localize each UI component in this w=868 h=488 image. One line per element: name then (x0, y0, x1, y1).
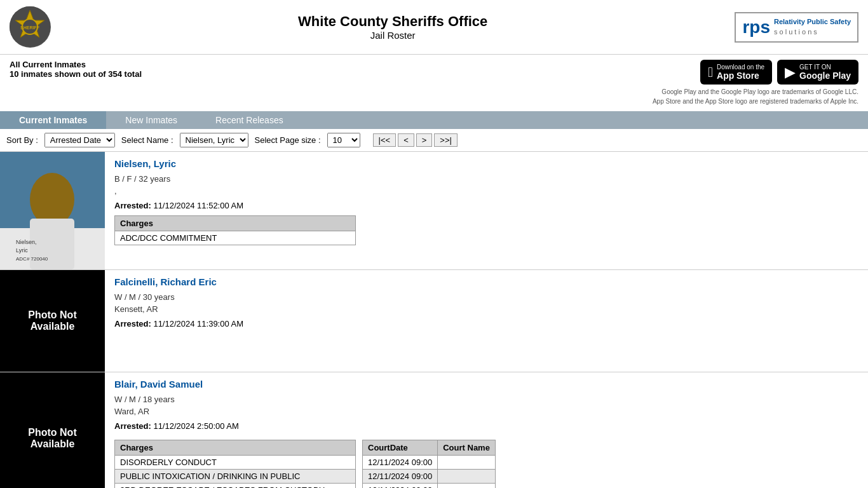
summary-line2: 10 inmates shown out of 354 total (10, 69, 142, 79)
google-play-name: Google Play (799, 71, 851, 81)
svg-text:ADC# 720040: ADC# 720040 (16, 256, 48, 262)
last-page-button[interactable]: >>| (434, 133, 458, 147)
court-name (438, 484, 496, 489)
inmate-city-state-1: , (114, 186, 858, 196)
next-page-button[interactable]: > (416, 133, 433, 147)
tab-new-inmates[interactable]: New Inmates (106, 111, 196, 129)
prev-page-button[interactable]: < (398, 133, 414, 147)
google-play-button[interactable]: ▶ GET IT ON Google Play (777, 60, 858, 85)
first-page-button[interactable]: |<< (373, 133, 397, 147)
inmate-list: Nielsen, Lyric ADC# 720040 Nielsen, Lyri… (0, 152, 868, 488)
charges-table-3: Charges DISORDERLY CONDUCT PUBLIC INTOXI… (114, 440, 356, 488)
court-name (438, 470, 496, 484)
inmate-arrested-3: Arrested: 11/12/2024 2:50:00 AM (114, 421, 858, 431)
sort-select[interactable]: Arrested Date Name (44, 133, 115, 147)
table-row: Photo NotAvailable Blair, David Samuel W… (0, 372, 868, 488)
photo-not-available-2: Photo NotAvailable (22, 303, 83, 339)
app-store-download-label: Download on the (717, 64, 764, 71)
page-size-label: Select Page size : (255, 135, 321, 145)
court-name-header: Court Name (438, 440, 496, 456)
court-date: 12/11/2024 09:00 (363, 470, 438, 484)
inmate-details-3: Blair, David Samuel W / M / 18 years War… (105, 372, 868, 488)
google-play-icon: ▶ (785, 64, 796, 81)
charge-text: ADC/DCC COMMITMENT (115, 231, 356, 245)
app-store-button[interactable]:  Download on the App Store (700, 60, 772, 85)
inmate-race-sex-age-3: W / M / 18 years (114, 395, 858, 404)
inmate-name-1: Nielsen, Lyric (114, 158, 858, 169)
rps-letters: rps (742, 17, 770, 37)
inmate-details-1: Nielsen, Lyric B / F / 32 years , Arrest… (105, 152, 868, 269)
inmate-name-3: Blair, David Samuel (114, 379, 858, 390)
charge-row: DISORDERLY CONDUCT (115, 456, 356, 470)
nav-tabs: Current Inmates New Inmates Recent Relea… (0, 111, 868, 129)
inmate-name-2: Falcinelli, Richard Eric (114, 276, 858, 287)
name-label: Select Name : (121, 135, 173, 145)
court-date: 12/11/2024 09:00 (363, 484, 438, 489)
tab-recent-releases[interactable]: Recent Releases (196, 111, 302, 129)
rps-logo-area: rps Relativity Public Safety s o l u t i… (735, 12, 858, 43)
charges-table-1: Charges ADC/DCC COMMITMENT (114, 215, 356, 245)
pagination: |<< < > >>| (373, 133, 458, 147)
tab-current-inmates[interactable]: Current Inmates (0, 111, 106, 129)
charge-row: ADC/DCC COMMITMENT (115, 231, 356, 245)
sheriff-badge-icon: SHERIFF (10, 6, 51, 48)
summary-line1: All Current Inmates (10, 60, 142, 69)
court-table-3: CourtDate Court Name 12/11/2024 09:00 12… (362, 440, 496, 488)
inmate-photo-2: Photo NotAvailable (0, 270, 105, 372)
sub-header: All Current Inmates 10 inmates shown out… (0, 55, 868, 111)
summary-area: All Current Inmates 10 inmates shown out… (10, 60, 142, 79)
court-row: 12/11/2024 09:00 (363, 484, 496, 489)
table-row: Photo NotAvailable Falcinelli, Richard E… (0, 270, 868, 372)
name-select[interactable]: Nielsen, Lyric (180, 133, 248, 147)
inmate-arrested-1: Arrested: 11/12/2024 11:52:00 AM (114, 201, 858, 210)
inmate-arrested-2: Arrested: 11/12/2024 11:39:00 AM (114, 319, 858, 329)
charge-text: PUBLIC INTOXICATION / DRINKING IN PUBLIC (115, 470, 356, 484)
inmate-race-sex-age-1: B / F / 32 years (114, 174, 858, 184)
table-row: Nielsen, Lyric ADC# 720040 Nielsen, Lyri… (0, 152, 868, 270)
combined-charges-3: Charges DISORDERLY CONDUCT PUBLIC INTOXI… (114, 436, 858, 488)
app-disclaimer: Google Play and the Google Play logo are… (653, 87, 858, 106)
inmate-city-state-2: Kensett, AR (114, 304, 858, 314)
rps-logo: rps Relativity Public Safety s o l u t i… (735, 12, 858, 43)
controls-bar: Sort By : Arrested Date Name Select Name… (0, 129, 868, 152)
google-play-label: GET IT ON (799, 64, 851, 71)
office-title: White County Sheriffs Office (298, 13, 487, 30)
inmate-details-2: Falcinelli, Richard Eric W / M / 30 year… (105, 270, 868, 372)
court-row: 12/11/2024 09:00 (363, 470, 496, 484)
svg-text:Nielsen,: Nielsen, (16, 239, 37, 245)
sheriff-badge-area: SHERIFF (10, 6, 51, 48)
inmate-city-state-3: Ward, AR (114, 407, 858, 416)
inmate-photo-1: Nielsen, Lyric ADC# 720040 (0, 152, 105, 269)
charges-header-3: Charges (115, 440, 356, 456)
court-row: 12/11/2024 09:00 (363, 456, 496, 470)
app-download-area:  Download on the App Store ▶ GET IT ON … (653, 60, 858, 106)
inmate-photo-3: Photo NotAvailable (0, 372, 105, 488)
page-header: SHERIFF White County Sheriffs Office Jai… (0, 0, 868, 55)
apple-icon:  (708, 64, 713, 81)
roster-subtitle: Jail Roster (298, 30, 487, 41)
court-name (438, 456, 496, 470)
svg-text:Lyric: Lyric (16, 247, 28, 254)
court-date: 12/11/2024 09:00 (363, 456, 438, 470)
charge-text: DISORDERLY CONDUCT (115, 456, 356, 470)
svg-point-6 (30, 173, 74, 226)
inmate-race-sex-age-2: W / M / 30 years (114, 292, 858, 302)
page-size-select[interactable]: 10 25 50 100 (327, 133, 360, 147)
sort-label: Sort By : (6, 135, 38, 145)
rps-fullname: Relativity Public Safety s o l u t i o n… (774, 17, 851, 37)
court-date-header: CourtDate (363, 440, 438, 456)
app-buttons:  Download on the App Store ▶ GET IT ON … (700, 60, 858, 85)
charge-row: PUBLIC INTOXICATION / DRINKING IN PUBLIC (115, 470, 356, 484)
app-store-name: App Store (717, 71, 764, 81)
charge-row: 3RD DEGREE ESCAPE / ESCAPES FROM CUSTODY (115, 484, 356, 489)
photo-not-available-3: Photo NotAvailable (22, 421, 83, 456)
svg-text:SHERIFF: SHERIFF (20, 25, 40, 30)
charge-text: 3RD DEGREE ESCAPE / ESCAPES FROM CUSTODY (115, 484, 356, 489)
charges-header-1: Charges (115, 216, 356, 231)
header-title-area: White County Sheriffs Office Jail Roster (298, 13, 487, 41)
